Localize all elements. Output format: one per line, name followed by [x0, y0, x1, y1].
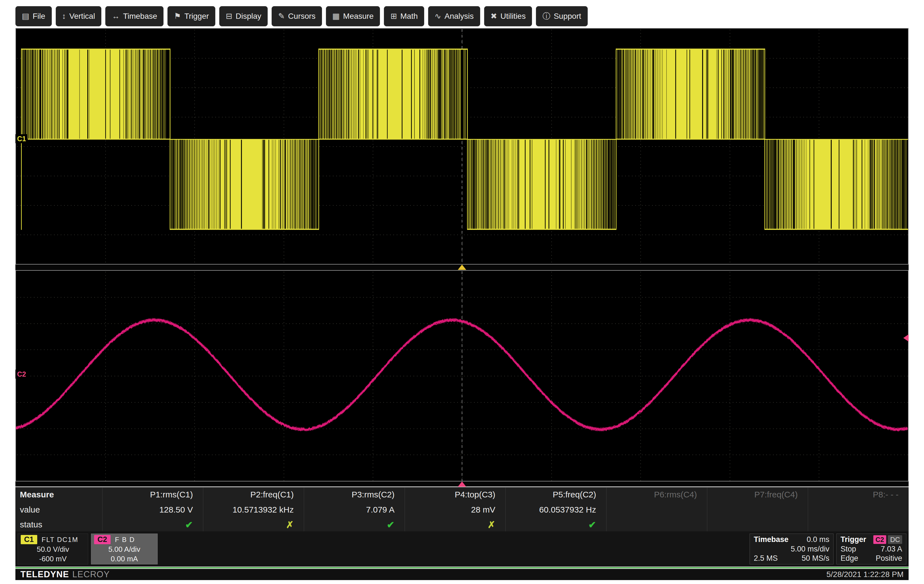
brand-lecroy: LECROY	[72, 569, 109, 579]
menu-timebase[interactable]: ↔Timebase	[105, 6, 163, 26]
grid-panel-c1[interactable]: C1	[15, 28, 909, 265]
menu-file[interactable]: ▤File	[15, 6, 52, 26]
measure-value-p3: 7.079 A	[304, 501, 404, 518]
menu-support[interactable]: ⓘSupport	[536, 6, 587, 26]
measure-header-p4[interactable]: P4:top(C3)	[404, 488, 505, 501]
c2-coupling-info: F B D	[115, 536, 135, 544]
measure-header-p5[interactable]: P5:freq(C2)	[505, 488, 606, 501]
flag-icon: ⚑	[174, 12, 181, 20]
c1-pwm-waveform	[16, 28, 908, 264]
footer-bar: TELEDYNE LECROY 5/28/2021 1:22:28 PM	[15, 569, 909, 580]
timebase-title: Timebase	[754, 535, 789, 544]
measure-header-p2[interactable]: P2:freq(C1)	[203, 488, 304, 501]
trigger-source-badge: C2	[873, 535, 886, 544]
measure-header-p6[interactable]: P6:rms(C4)	[606, 488, 707, 501]
measure-header-p1[interactable]: P1:rms(C1)	[102, 488, 203, 501]
c1-descriptor-box[interactable]: C1 FLT DC1M 50.0 V/div -600 mV	[18, 534, 88, 564]
c2-scale: 5.00 A/div	[94, 545, 155, 554]
trigger-mode: Stop	[841, 545, 856, 553]
measure-header-p3[interactable]: P3:rms(C2)	[304, 488, 404, 501]
trigger-time-zone-c2	[15, 481, 909, 486]
pencil-icon: ✎	[278, 12, 284, 20]
menu-analysis[interactable]: ∿Analysis	[428, 6, 480, 26]
brand-teledyne: TELEDYNE	[20, 569, 69, 579]
trigger-title: Trigger	[841, 535, 866, 544]
menu-vertical[interactable]: ↕Vertical	[56, 6, 102, 26]
tools-icon: ✖	[490, 12, 497, 20]
trigger-position-marker-pink[interactable]	[458, 481, 466, 487]
horizontal-arrows-icon: ↔	[112, 12, 120, 20]
waveform-chart-icon: ∿	[434, 12, 441, 20]
ruler-icon: ▦	[332, 12, 340, 20]
menu-utilities[interactable]: ✖Utilities	[484, 6, 532, 26]
c2-descriptor-box[interactable]: C2 F B D 5.00 A/div 0.00 mA	[91, 534, 158, 564]
waveform-display-area: C1 C2	[15, 28, 909, 486]
measure-value-p5: 60.0537932 Hz	[505, 501, 606, 518]
measure-value-p6	[606, 501, 707, 518]
measure-value-p8	[808, 501, 909, 518]
file-icon: ▤	[22, 12, 29, 20]
trigger-slope: Positive	[876, 554, 902, 563]
c1-zero-level-marker[interactable]: C1	[15, 134, 28, 143]
c2-sine-waveform	[16, 271, 908, 481]
menu-timebase-label: Timebase	[123, 12, 157, 21]
menu-bar: ▤File ↕Vertical ↔Timebase ⚑Trigger ⊟Disp…	[15, 5, 909, 28]
measure-status-p7	[707, 518, 808, 531]
oscilloscope-screen: ▤File ↕Vertical ↔Timebase ⚑Trigger ⊟Disp…	[0, 0, 924, 584]
trigger-time-zone-c1	[15, 265, 909, 270]
timebase-rate: 50 MS/s	[802, 554, 829, 563]
trigger-box[interactable]: Trigger C2 DC Stop 7.03 A Edge Positive	[837, 534, 906, 564]
status-row-label: status	[15, 518, 102, 531]
measure-header-p7[interactable]: P7:freq(C4)	[707, 488, 808, 501]
timebase-scale: 5.00 ms/div	[791, 545, 829, 553]
menu-cursors[interactable]: ✎Cursors	[272, 6, 322, 26]
monitor-icon: ⊟	[226, 12, 232, 20]
trigger-type: Edge	[841, 554, 858, 563]
app-window: ▤File ↕Vertical ↔Timebase ⚑Trigger ⊟Disp…	[15, 5, 909, 580]
measure-status-p6	[606, 518, 707, 531]
measure-value-p2: 10.5713932 kHz	[203, 501, 304, 518]
menu-utilities-label: Utilities	[500, 12, 526, 21]
menu-display-label: Display	[236, 12, 262, 21]
measure-status-p2: ✗	[203, 518, 304, 531]
strip-spacer	[160, 534, 747, 564]
menu-trigger-label: Trigger	[184, 12, 209, 21]
measure-status-p5: ✔	[505, 518, 606, 531]
measure-header-p8[interactable]: P8:- - -	[808, 488, 909, 501]
value-row-label: value	[15, 501, 102, 518]
trigger-position-marker-yellow[interactable]	[458, 265, 466, 270]
menu-analysis-label: Analysis	[444, 12, 474, 21]
c2-zero-level-marker[interactable]: C2	[15, 370, 28, 379]
measure-row-label: Measure	[15, 488, 102, 501]
menu-measure[interactable]: ▦Measure	[326, 6, 380, 26]
measure-status-p1: ✔	[102, 518, 203, 531]
info-icon: ⓘ	[542, 12, 550, 20]
measure-status-p8	[808, 518, 909, 531]
menu-cursors-label: Cursors	[288, 12, 315, 21]
timebase-samples: 2.5 MS	[754, 554, 778, 563]
grid-panel-c2[interactable]: C2	[15, 270, 909, 481]
menu-file-label: File	[33, 12, 45, 21]
menu-support-label: Support	[554, 12, 581, 21]
measure-status-p3: ✔	[304, 518, 404, 531]
separator-line	[15, 567, 909, 568]
menu-math[interactable]: ⊞Math	[384, 6, 424, 26]
vertical-arrows-icon: ↕	[62, 12, 66, 20]
menu-vertical-label: Vertical	[69, 12, 95, 21]
c1-coupling-info: FLT DC1M	[42, 536, 78, 544]
trigger-level: 7.03 A	[881, 545, 902, 553]
c2-channel-tag: C2	[94, 535, 111, 544]
trigger-level-marker[interactable]	[903, 334, 909, 342]
menu-measure-label: Measure	[343, 12, 373, 21]
measure-value-p1: 128.50 V	[102, 501, 203, 518]
timebase-box[interactable]: Timebase 0.0 ms 5.00 ms/div 2.5 MS 50 MS…	[749, 534, 833, 564]
c1-offset: -600 mV	[21, 554, 85, 563]
status-strip: C1 FLT DC1M 50.0 V/div -600 mV C2 F B D …	[15, 531, 909, 567]
measure-value-p4: 28 mV	[404, 501, 505, 518]
menu-display[interactable]: ⊟Display	[219, 6, 268, 26]
measure-value-p7	[707, 501, 808, 518]
menu-trigger[interactable]: ⚑Trigger	[167, 6, 215, 26]
timebase-position: 0.0 ms	[807, 535, 829, 544]
calculator-icon: ⊞	[390, 12, 397, 20]
measure-table: Measure P1:rms(C1) P2:freq(C1) P3:rms(C2…	[15, 487, 909, 531]
